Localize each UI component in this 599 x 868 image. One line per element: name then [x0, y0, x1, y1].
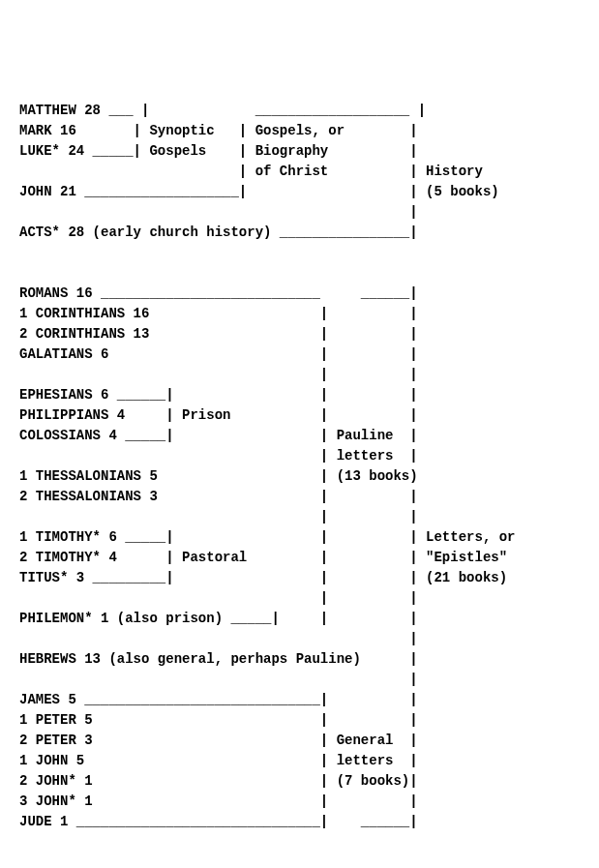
- line-11: 1 CORINTHIANS 16 | |: [19, 306, 418, 321]
- line-01: MATTHEW 28 ___ | ___________________ |: [19, 103, 426, 118]
- line-20: 2 THESSALONIANS 3 | |: [19, 489, 418, 504]
- line-19: 1 THESSALONIANS 5 | (13 books): [19, 468, 418, 484]
- line-26: PHILEMON* 1 (also prison) _____| | |: [19, 611, 418, 626]
- line-24: TITUS* 3 _________| | | (21 books): [19, 570, 507, 585]
- line-04: | of Christ | History: [19, 164, 483, 179]
- line-14: | |: [19, 367, 418, 382]
- line-13: GALATIANS 6 | |: [19, 346, 418, 362]
- line-12: 2 CORINTHIANS 13 | |: [19, 326, 418, 342]
- line-07: ACTS* 28 (early church history) ________…: [19, 224, 418, 240]
- line-23: 2 TIMOTHY* 4 | Pastoral | | "Epistles": [19, 550, 507, 565]
- line-22: 1 TIMOTHY* 6 _____| | | Letters, or: [19, 529, 515, 545]
- line-03: LUKE* 24 _____| Gospels | Biography |: [19, 143, 418, 159]
- line-32: 2 PETER 3 | General |: [19, 733, 418, 748]
- line-33: 1 JOHN 5 | letters |: [19, 753, 418, 768]
- line-34: 2 JOHN* 1 | (7 books)|: [19, 773, 418, 789]
- line-21: | |: [19, 509, 418, 524]
- line-27: |: [19, 631, 418, 646]
- line-17: COLOSSIANS 4 _____| | Pauline |: [19, 428, 418, 443]
- line-06: |: [19, 204, 418, 220]
- line-02: MARK 16 | Synoptic | Gospels, or |: [19, 123, 418, 138]
- line-16: PHILIPPIANS 4 | Prison | |: [19, 407, 418, 423]
- line-25: | |: [19, 590, 418, 606]
- line-28: HEBREWS 13 (also general, perhaps Paulin…: [19, 651, 418, 667]
- line-18: | letters |: [19, 448, 418, 464]
- line-10: ROMANS 16 ___________________________ __…: [19, 285, 418, 301]
- line-29: |: [19, 672, 418, 687]
- line-30: JAMES 5 _____________________________| |: [19, 692, 418, 707]
- line-05: JOHN 21 ___________________| | (5 books): [19, 184, 499, 199]
- line-35: 3 JOHN* 1 | |: [19, 793, 418, 809]
- line-31: 1 PETER 5 | |: [19, 712, 418, 728]
- nt-outline-diagram: MATTHEW 28 ___ | ___________________ | M…: [19, 101, 515, 868]
- line-15: EPHESIANS 6 ______| | |: [19, 387, 418, 403]
- line-36: JUDE 1 ______________________________| _…: [19, 814, 418, 829]
